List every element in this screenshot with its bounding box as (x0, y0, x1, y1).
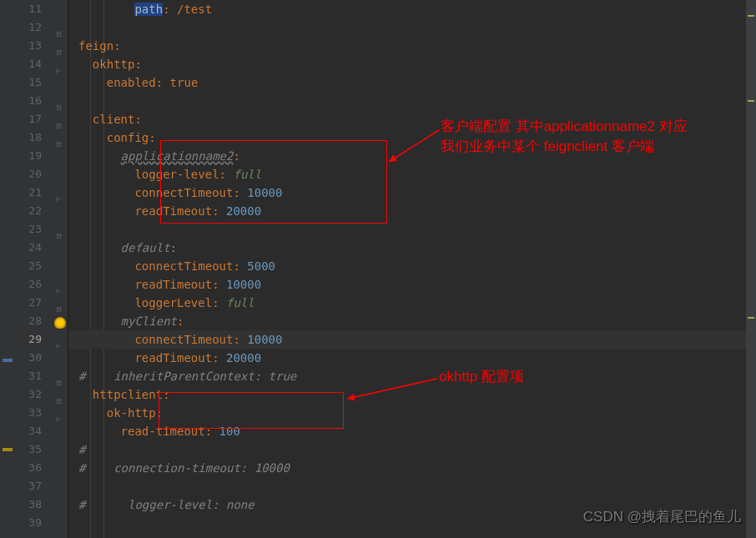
code-line[interactable]: enabled: true (68, 73, 756, 92)
line-number: 25 (15, 257, 48, 275)
yaml-value: 10000 (226, 278, 261, 291)
yaml-key: readTimeout (134, 278, 212, 291)
code-line[interactable]: # (68, 440, 756, 459)
yaml-key: ok-http (107, 406, 156, 420)
change-marker (3, 448, 13, 451)
code-line[interactable]: connectTimeout: 10000 (68, 184, 756, 202)
code-line-current[interactable]: connectTimeout: 10000 (68, 330, 756, 349)
fold-end-icon: ⊢ (55, 287, 63, 294)
code-line[interactable]: okhttp: (68, 55, 756, 73)
code-line[interactable]: ok-http: (68, 404, 756, 422)
code-line[interactable]: # inheritParentContext: true (68, 367, 756, 385)
code-line[interactable] (68, 477, 756, 495)
line-number: 24 (15, 239, 48, 257)
line-number: 11 (15, 0, 48, 18)
code-content[interactable]: path: /test feign: okhttp: enabled: true… (68, 0, 756, 538)
yaml-key: myClient (121, 314, 177, 328)
line-number: 17 (15, 110, 48, 128)
code-line[interactable] (68, 220, 756, 239)
annotation-line: 客户端配置 其中applicationname2 对应 (441, 117, 688, 137)
line-number: 29 (15, 330, 48, 349)
yaml-key: connectTimeout (134, 186, 233, 199)
lightbulb-icon[interactable] (54, 317, 66, 329)
yaml-key: applicationname2 (121, 149, 234, 163)
line-number: 28 (15, 312, 48, 330)
line-number: 15 (15, 73, 48, 92)
yaml-key: path (134, 3, 163, 16)
yaml-key: readTimeout (134, 351, 212, 365)
yaml-key: read-timeout (121, 425, 205, 438)
line-number: 14 (15, 55, 48, 73)
yaml-key: logger-level (134, 168, 219, 181)
code-line[interactable]: path: /test (68, 0, 756, 18)
fold-toggle-icon[interactable]: ⊟ (55, 30, 63, 38)
line-number: 13 (15, 37, 48, 55)
fold-gutter[interactable]: ⊟ ⊟ ⊢ ⊟ ⊟ ⊟ ⊢ ⊟ ⊢ ⊟ ⊢ ⊟ ⊟ ⊢ (48, 0, 68, 538)
line-number: 18 (15, 128, 48, 147)
scroll-marker (748, 100, 754, 102)
annotation-text-client-config: 客户端配置 其中applicationname2 对应 我们业务中某个 feig… (441, 117, 688, 157)
yaml-key: connectTimeout (134, 333, 233, 346)
line-number: 33 (15, 404, 48, 422)
code-line[interactable]: readTimeout: 20000 (68, 349, 756, 367)
yaml-key: httpclient (93, 388, 163, 401)
code-line[interactable]: readTimeout: 10000 (68, 275, 756, 294)
code-line[interactable]: readTimeout: 20000 (68, 202, 756, 220)
line-number: 27 (15, 294, 48, 312)
line-number: 20 (15, 165, 48, 184)
yaml-key: okhttp (93, 58, 135, 71)
yaml-key: loggerLevel (134, 296, 212, 309)
line-number: 37 (15, 477, 48, 495)
fold-toggle-icon[interactable]: ⊟ (55, 379, 63, 386)
change-marker (3, 359, 13, 362)
code-line[interactable] (68, 92, 756, 110)
fold-toggle-icon[interactable]: ⊟ (55, 397, 63, 405)
code-line[interactable]: # connection-timeout: 10000 (68, 459, 756, 477)
code-line[interactable]: default: (68, 239, 756, 257)
code-line[interactable]: httpclient: (68, 385, 756, 404)
yaml-value: 5000 (247, 259, 275, 273)
scroll-marker (748, 15, 754, 17)
code-line[interactable] (68, 18, 756, 37)
line-number-gutter[interactable]: 1112131415161718192021222324252627282930… (15, 0, 48, 538)
fold-toggle-icon[interactable]: ⊟ (55, 122, 63, 129)
fold-toggle-icon[interactable]: ⊟ (55, 140, 63, 148)
annotation-line: 我们业务中某个 feignclient 客户端 (441, 137, 688, 157)
fold-toggle-icon[interactable]: ⊟ (55, 232, 63, 239)
line-number: 32 (15, 385, 48, 404)
code-line[interactable]: myClient: (68, 312, 756, 330)
yaml-key: config (107, 131, 149, 144)
marker-strip (0, 0, 15, 538)
line-number: 39 (15, 514, 48, 532)
line-number: 21 (15, 184, 48, 202)
yaml-key: enabled (107, 76, 156, 89)
code-line[interactable]: connectTimeout: 5000 (68, 257, 756, 275)
code-line[interactable]: loggerLevel: full (68, 294, 756, 312)
line-number: 31 (15, 367, 48, 385)
scroll-marker (748, 317, 754, 319)
yaml-key: default (121, 241, 170, 254)
line-number: 26 (15, 275, 48, 294)
yaml-key: readTimeout (134, 204, 212, 218)
yaml-key: connectTimeout (134, 259, 233, 273)
fold-toggle-icon[interactable]: ⊟ (55, 305, 63, 313)
line-number: 23 (15, 220, 48, 239)
yaml-comment: # (78, 443, 85, 456)
yaml-value: 100 (219, 425, 240, 438)
watermark-text: CSDN @拽着尾巴的鱼儿 (583, 507, 741, 526)
yaml-comment: # connection-timeout: 10000 (78, 461, 290, 475)
fold-toggle-icon[interactable]: ⊟ (55, 103, 63, 111)
yaml-value: 10000 (247, 186, 282, 199)
code-line[interactable]: read-timeout: 100 (68, 422, 756, 440)
code-line[interactable]: feign: (68, 37, 756, 55)
fold-end-icon: ⊢ (55, 415, 63, 423)
yaml-value: 20000 (226, 351, 261, 365)
code-editor: 1112131415161718192021222324252627282930… (0, 0, 756, 538)
fold-toggle-icon[interactable]: ⊟ (55, 48, 63, 56)
line-number: 34 (15, 422, 48, 440)
yaml-value: full (226, 296, 255, 309)
scrollbar[interactable] (746, 0, 756, 538)
code-line[interactable]: logger-level: full (68, 165, 756, 184)
line-number: 12 (15, 18, 48, 37)
line-number: 22 (15, 202, 48, 220)
